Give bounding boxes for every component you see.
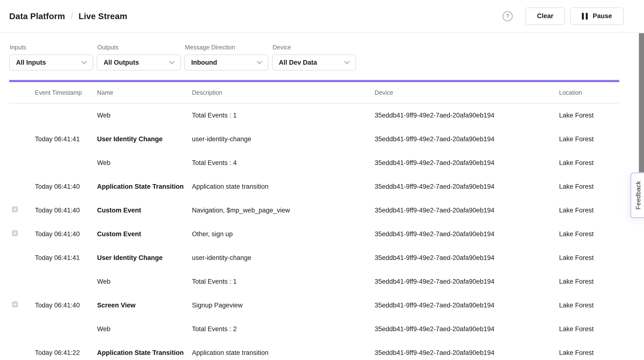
header-actions: ? Clear Pause [502, 7, 624, 25]
table-row[interactable]: Today 06:41:22 Application State Transit… [9, 341, 619, 360]
inputs-select[interactable]: All Inputs [9, 54, 93, 70]
row-description: Total Events : 1 [192, 112, 375, 119]
filter-outputs-label: Outputs [97, 44, 181, 51]
row-description: Signup Pageview [192, 302, 375, 309]
filter-device: Device All Dev Data [272, 33, 356, 70]
filter-bar: Inputs All Inputs Outputs All Outputs Me… [9, 33, 356, 70]
table-row[interactable]: Web Total Events : 1 35eddb41-9ff9-49e2-… [9, 270, 619, 293]
breadcrumb: Data Platform / Live Stream [9, 10, 127, 22]
row-device: 35eddb41-9ff9-49e2-7aed-20afa90eb194 [375, 112, 559, 119]
chevron-down-icon [168, 59, 176, 66]
expand-event-button[interactable] [12, 301, 18, 307]
row-location: Lake Forest [559, 278, 619, 285]
events-table: Event Timestamp Name Description Device … [9, 82, 619, 360]
table-row[interactable]: Web Total Events : 4 35eddb41-9ff9-49e2-… [9, 151, 619, 175]
row-device: 35eddb41-9ff9-49e2-7aed-20afa90eb194 [375, 135, 559, 143]
table-header-row: Event Timestamp Name Description Device … [9, 82, 619, 103]
row-location: Lake Forest [559, 183, 619, 190]
breadcrumb-parent[interactable]: Data Platform [9, 11, 65, 21]
app-header: Data Platform / Live Stream ? Clear Paus… [0, 0, 644, 33]
table-row[interactable]: Web Total Events : 2 35eddb41-9ff9-49e2-… [9, 317, 619, 341]
feedback-tab-label: Feedback [634, 181, 642, 209]
table-row[interactable]: Web Total Events : 1 35eddb41-9ff9-49e2-… [9, 103, 619, 127]
row-description: Total Events : 1 [192, 278, 375, 285]
row-description: Application state transition [192, 183, 375, 190]
pause-button[interactable]: Pause [570, 7, 624, 25]
column-header-device: Device [375, 89, 559, 96]
table-row[interactable]: Today 06:41:41 User Identity Change user… [9, 127, 619, 151]
table-row[interactable]: Today 06:41:40 Screen View Signup Pagevi… [9, 293, 619, 317]
row-device: 35eddb41-9ff9-49e2-7aed-20afa90eb194 [375, 183, 559, 190]
row-description: user-identity-change [192, 254, 375, 262]
row-timestamp: Today 06:41:41 [35, 254, 97, 262]
column-header-location: Location [559, 89, 619, 96]
page-title: Live Stream [78, 11, 128, 21]
inputs-select-value: All Inputs [16, 59, 46, 66]
expand-event-button[interactable] [12, 206, 18, 212]
chevron-down-icon [343, 59, 351, 66]
live-stream-screen: Data Platform / Live Stream ? Clear Paus… [0, 0, 644, 360]
row-name: Application State Transition [97, 349, 192, 357]
vertical-scrollbar-thumb[interactable] [639, 33, 644, 172]
row-name: User Identity Change [97, 135, 192, 143]
table-body: Web Total Events : 1 35eddb41-9ff9-49e2-… [9, 103, 619, 360]
row-timestamp: Today 06:41:22 [35, 349, 97, 357]
table-row[interactable]: Today 06:41:40 Custom Event Other, sign … [9, 222, 619, 246]
row-timestamp: Today 06:41:40 [35, 183, 97, 190]
row-device: 35eddb41-9ff9-49e2-7aed-20afa90eb194 [375, 207, 559, 214]
table-row[interactable]: Today 06:41:40 Application State Transit… [9, 175, 619, 198]
column-header-event-timestamp: Event Timestamp [35, 89, 97, 96]
row-device: 35eddb41-9ff9-49e2-7aed-20afa90eb194 [375, 278, 559, 285]
row-name: User Identity Change [97, 254, 192, 262]
filter-inputs-label: Inputs [10, 44, 93, 51]
row-location: Lake Forest [559, 159, 619, 167]
live-stream-progress-bar [9, 80, 619, 82]
message-direction-select-value: Inbound [191, 59, 217, 66]
device-select[interactable]: All Dev Data [272, 54, 356, 70]
table-row[interactable]: Today 06:41:41 User Identity Change user… [9, 246, 619, 270]
row-description: Navigation, $mp_web_page_view [192, 207, 375, 214]
row-device: 35eddb41-9ff9-49e2-7aed-20afa90eb194 [375, 159, 559, 167]
chevron-down-icon [256, 59, 263, 66]
filter-inputs: Inputs All Inputs [9, 33, 93, 70]
row-location: Lake Forest [559, 207, 619, 214]
row-timestamp: Today 06:41:40 [35, 230, 97, 238]
column-header-description: Description [192, 89, 375, 96]
row-device: 35eddb41-9ff9-49e2-7aed-20afa90eb194 [375, 349, 559, 357]
row-description: user-identity-change [192, 135, 375, 143]
outputs-select[interactable]: All Outputs [97, 54, 181, 70]
pause-icon [582, 13, 588, 20]
row-description: Application state transition [192, 349, 375, 357]
row-location: Lake Forest [559, 302, 619, 309]
row-timestamp: Today 06:41:40 [35, 302, 97, 309]
feedback-tab[interactable]: Feedback [630, 173, 644, 218]
expand-event-button[interactable] [12, 230, 18, 236]
row-name: Web [97, 325, 192, 333]
row-location: Lake Forest [559, 325, 619, 333]
row-device: 35eddb41-9ff9-49e2-7aed-20afa90eb194 [375, 302, 559, 309]
row-description: Other, sign up [192, 230, 375, 238]
filter-outputs: Outputs All Outputs [97, 33, 181, 70]
pause-button-label: Pause [592, 12, 612, 20]
row-location: Lake Forest [559, 230, 619, 238]
row-device: 35eddb41-9ff9-49e2-7aed-20afa90eb194 [375, 325, 559, 333]
table-row[interactable]: Today 06:41:40 Custom Event Navigation, … [9, 198, 619, 222]
message-direction-select[interactable]: Inbound [184, 54, 268, 70]
filter-message-direction-label: Message Direction [185, 44, 268, 51]
row-location: Lake Forest [559, 254, 619, 262]
row-name: Custom Event [97, 207, 192, 214]
filter-message-direction: Message Direction Inbound [184, 33, 268, 70]
row-name: Web [97, 278, 192, 285]
row-device: 35eddb41-9ff9-49e2-7aed-20afa90eb194 [375, 230, 559, 238]
row-description: Total Events : 2 [192, 325, 375, 333]
filter-device-label: Device [272, 44, 356, 51]
help-icon[interactable]: ? [502, 11, 513, 21]
clear-button[interactable]: Clear [525, 7, 565, 25]
row-location: Lake Forest [559, 112, 619, 119]
row-timestamp: Today 06:41:40 [35, 207, 97, 214]
row-timestamp: Today 06:41:41 [35, 135, 97, 143]
row-name: Custom Event [97, 230, 192, 238]
row-name: Web [97, 112, 192, 119]
outputs-select-value: All Outputs [104, 59, 139, 66]
row-description: Total Events : 4 [192, 159, 375, 167]
